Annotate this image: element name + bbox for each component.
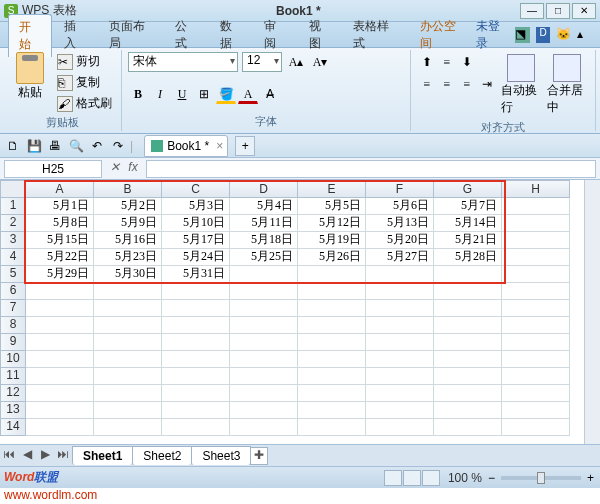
- col-header[interactable]: B: [94, 180, 162, 198]
- cell[interactable]: 5月17日: [162, 232, 230, 249]
- maximize-button[interactable]: □: [546, 3, 570, 19]
- row-header[interactable]: 13: [0, 402, 26, 419]
- fill-color-button[interactable]: 🪣: [216, 84, 236, 104]
- cell[interactable]: [502, 300, 570, 317]
- shrink-font-button[interactable]: A▾: [310, 52, 330, 72]
- cell[interactable]: [26, 283, 94, 300]
- cell[interactable]: [502, 334, 570, 351]
- cell[interactable]: [162, 317, 230, 334]
- col-header[interactable]: F: [366, 180, 434, 198]
- row-header[interactable]: 14: [0, 419, 26, 436]
- cell[interactable]: 5月11日: [230, 215, 298, 232]
- help-icon[interactable]: 🐱: [556, 27, 571, 43]
- cell[interactable]: 5月7日: [434, 198, 502, 215]
- fx-icon[interactable]: fx: [124, 160, 142, 178]
- cell[interactable]: 5月31日: [162, 266, 230, 283]
- cell[interactable]: [434, 283, 502, 300]
- cell[interactable]: [230, 334, 298, 351]
- align-top[interactable]: ⬆: [417, 52, 437, 72]
- cell[interactable]: 5月2日: [94, 198, 162, 215]
- view-normal-icon[interactable]: [384, 470, 402, 486]
- cell[interactable]: [366, 419, 434, 436]
- cell[interactable]: [162, 300, 230, 317]
- col-header[interactable]: H: [502, 180, 570, 198]
- cell[interactable]: 5月10日: [162, 215, 230, 232]
- bold-button[interactable]: B: [128, 84, 148, 104]
- cell[interactable]: 5月4日: [230, 198, 298, 215]
- document-tab[interactable]: Book1 * ×: [144, 135, 228, 157]
- cell[interactable]: [434, 334, 502, 351]
- font-size-select[interactable]: 12: [242, 52, 282, 72]
- cell[interactable]: [230, 402, 298, 419]
- row-header[interactable]: 1: [0, 198, 26, 215]
- font-name-select[interactable]: 宋体: [128, 52, 238, 72]
- row-header[interactable]: 7: [0, 300, 26, 317]
- cell[interactable]: [502, 215, 570, 232]
- cell[interactable]: 5月30日: [94, 266, 162, 283]
- sheet-next-icon[interactable]: ▶: [36, 447, 54, 465]
- vertical-scrollbar[interactable]: [584, 180, 600, 444]
- redo-icon[interactable]: ↷: [109, 137, 127, 155]
- sheet-tab[interactable]: Sheet1: [72, 446, 133, 465]
- cell[interactable]: 5月9日: [94, 215, 162, 232]
- col-header[interactable]: G: [434, 180, 502, 198]
- cell[interactable]: [434, 419, 502, 436]
- cell[interactable]: [94, 334, 162, 351]
- cell[interactable]: [298, 300, 366, 317]
- row-header[interactable]: 10: [0, 351, 26, 368]
- view-break-icon[interactable]: [422, 470, 440, 486]
- cell[interactable]: 5月6日: [366, 198, 434, 215]
- d-icon[interactable]: D: [536, 27, 551, 43]
- painter-button[interactable]: 🖌格式刷: [54, 94, 115, 113]
- cell[interactable]: [502, 317, 570, 334]
- cell[interactable]: [94, 283, 162, 300]
- cell[interactable]: [230, 300, 298, 317]
- sheet-last-icon[interactable]: ⏭: [54, 447, 72, 465]
- cell[interactable]: [298, 266, 366, 283]
- row-header[interactable]: 6: [0, 283, 26, 300]
- preview-icon[interactable]: 🔍: [67, 137, 85, 155]
- cell[interactable]: [26, 385, 94, 402]
- cell[interactable]: [298, 351, 366, 368]
- add-tab-button[interactable]: +: [235, 136, 255, 156]
- cell[interactable]: [230, 317, 298, 334]
- align-right[interactable]: ≡: [457, 74, 477, 94]
- cell[interactable]: [26, 317, 94, 334]
- minimize-button[interactable]: —: [520, 3, 544, 19]
- cell[interactable]: 5月22日: [26, 249, 94, 266]
- cell[interactable]: [162, 283, 230, 300]
- underline-button[interactable]: U: [172, 84, 192, 104]
- new-icon[interactable]: 🗋: [4, 137, 22, 155]
- sheet-tab[interactable]: Sheet3: [191, 446, 251, 465]
- cell[interactable]: [26, 300, 94, 317]
- cell[interactable]: [366, 351, 434, 368]
- cell[interactable]: [502, 232, 570, 249]
- cell[interactable]: [434, 300, 502, 317]
- cell[interactable]: 5月26日: [298, 249, 366, 266]
- cell[interactable]: [230, 266, 298, 283]
- cell[interactable]: [162, 419, 230, 436]
- cell[interactable]: [502, 402, 570, 419]
- indent[interactable]: ⇥: [477, 74, 497, 94]
- cell[interactable]: 5月12日: [298, 215, 366, 232]
- cell[interactable]: [298, 334, 366, 351]
- cell[interactable]: [366, 300, 434, 317]
- cell[interactable]: 5月29日: [26, 266, 94, 283]
- row-header[interactable]: 11: [0, 368, 26, 385]
- col-header[interactable]: D: [230, 180, 298, 198]
- cell[interactable]: [94, 385, 162, 402]
- merge-button[interactable]: 合并居中: [545, 52, 589, 118]
- wrap-button[interactable]: 自动换行: [499, 52, 543, 118]
- cell[interactable]: [434, 402, 502, 419]
- cell[interactable]: 5月25日: [230, 249, 298, 266]
- cell[interactable]: [502, 368, 570, 385]
- cell[interactable]: 5月1日: [26, 198, 94, 215]
- cell[interactable]: [502, 385, 570, 402]
- cell[interactable]: [298, 419, 366, 436]
- formula-input[interactable]: [146, 160, 596, 178]
- close-button[interactable]: ✕: [572, 3, 596, 19]
- cell[interactable]: 5月19日: [298, 232, 366, 249]
- cell[interactable]: [26, 351, 94, 368]
- save-icon[interactable]: 💾: [25, 137, 43, 155]
- cell[interactable]: [162, 351, 230, 368]
